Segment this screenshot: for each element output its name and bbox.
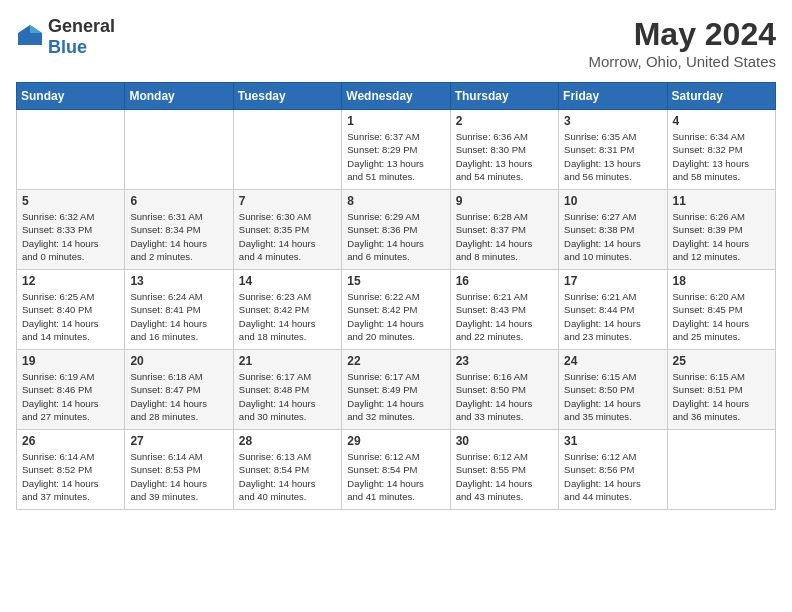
cell-info: Sunrise: 6:18 AMSunset: 8:47 PMDaylight:… xyxy=(130,370,227,423)
cell-info: Sunrise: 6:32 AMSunset: 8:33 PMDaylight:… xyxy=(22,210,119,263)
calendar-week-row: 12Sunrise: 6:25 AMSunset: 8:40 PMDayligh… xyxy=(17,270,776,350)
weekday-header-saturday: Saturday xyxy=(667,83,775,110)
calendar-cell: 9Sunrise: 6:28 AMSunset: 8:37 PMDaylight… xyxy=(450,190,558,270)
cell-info: Sunrise: 6:27 AMSunset: 8:38 PMDaylight:… xyxy=(564,210,661,263)
calendar-week-row: 26Sunrise: 6:14 AMSunset: 8:52 PMDayligh… xyxy=(17,430,776,510)
title-block: May 2024 Morrow, Ohio, United States xyxy=(588,16,776,70)
day-number: 23 xyxy=(456,354,553,368)
cell-info: Sunrise: 6:28 AMSunset: 8:37 PMDaylight:… xyxy=(456,210,553,263)
day-number: 12 xyxy=(22,274,119,288)
calendar-cell: 22Sunrise: 6:17 AMSunset: 8:49 PMDayligh… xyxy=(342,350,450,430)
calendar-cell: 5Sunrise: 6:32 AMSunset: 8:33 PMDaylight… xyxy=(17,190,125,270)
cell-info: Sunrise: 6:16 AMSunset: 8:50 PMDaylight:… xyxy=(456,370,553,423)
weekday-header-tuesday: Tuesday xyxy=(233,83,341,110)
cell-info: Sunrise: 6:25 AMSunset: 8:40 PMDaylight:… xyxy=(22,290,119,343)
calendar-cell: 23Sunrise: 6:16 AMSunset: 8:50 PMDayligh… xyxy=(450,350,558,430)
calendar-cell: 25Sunrise: 6:15 AMSunset: 8:51 PMDayligh… xyxy=(667,350,775,430)
calendar-cell: 2Sunrise: 6:36 AMSunset: 8:30 PMDaylight… xyxy=(450,110,558,190)
calendar-cell: 31Sunrise: 6:12 AMSunset: 8:56 PMDayligh… xyxy=(559,430,667,510)
day-number: 29 xyxy=(347,434,444,448)
calendar-cell xyxy=(17,110,125,190)
calendar-cell: 13Sunrise: 6:24 AMSunset: 8:41 PMDayligh… xyxy=(125,270,233,350)
day-number: 28 xyxy=(239,434,336,448)
cell-info: Sunrise: 6:12 AMSunset: 8:55 PMDaylight:… xyxy=(456,450,553,503)
day-number: 5 xyxy=(22,194,119,208)
cell-info: Sunrise: 6:14 AMSunset: 8:52 PMDaylight:… xyxy=(22,450,119,503)
logo-blue: Blue xyxy=(48,37,87,57)
day-number: 10 xyxy=(564,194,661,208)
calendar-table: SundayMondayTuesdayWednesdayThursdayFrid… xyxy=(16,82,776,510)
calendar-cell: 6Sunrise: 6:31 AMSunset: 8:34 PMDaylight… xyxy=(125,190,233,270)
cell-info: Sunrise: 6:21 AMSunset: 8:43 PMDaylight:… xyxy=(456,290,553,343)
logo-general: General xyxy=(48,16,115,36)
calendar-cell: 14Sunrise: 6:23 AMSunset: 8:42 PMDayligh… xyxy=(233,270,341,350)
page-header: General Blue May 2024 Morrow, Ohio, Unit… xyxy=(16,16,776,70)
calendar-cell: 8Sunrise: 6:29 AMSunset: 8:36 PMDaylight… xyxy=(342,190,450,270)
calendar-cell: 21Sunrise: 6:17 AMSunset: 8:48 PMDayligh… xyxy=(233,350,341,430)
cell-info: Sunrise: 6:23 AMSunset: 8:42 PMDaylight:… xyxy=(239,290,336,343)
location-title: Morrow, Ohio, United States xyxy=(588,53,776,70)
calendar-cell: 27Sunrise: 6:14 AMSunset: 8:53 PMDayligh… xyxy=(125,430,233,510)
day-number: 9 xyxy=(456,194,553,208)
cell-info: Sunrise: 6:22 AMSunset: 8:42 PMDaylight:… xyxy=(347,290,444,343)
cell-info: Sunrise: 6:12 AMSunset: 8:54 PMDaylight:… xyxy=(347,450,444,503)
cell-info: Sunrise: 6:19 AMSunset: 8:46 PMDaylight:… xyxy=(22,370,119,423)
weekday-header-friday: Friday xyxy=(559,83,667,110)
logo-icon xyxy=(16,23,44,51)
calendar-cell xyxy=(667,430,775,510)
calendar-week-row: 5Sunrise: 6:32 AMSunset: 8:33 PMDaylight… xyxy=(17,190,776,270)
cell-info: Sunrise: 6:29 AMSunset: 8:36 PMDaylight:… xyxy=(347,210,444,263)
calendar-cell: 20Sunrise: 6:18 AMSunset: 8:47 PMDayligh… xyxy=(125,350,233,430)
cell-info: Sunrise: 6:35 AMSunset: 8:31 PMDaylight:… xyxy=(564,130,661,183)
calendar-cell: 1Sunrise: 6:37 AMSunset: 8:29 PMDaylight… xyxy=(342,110,450,190)
day-number: 14 xyxy=(239,274,336,288)
cell-info: Sunrise: 6:15 AMSunset: 8:50 PMDaylight:… xyxy=(564,370,661,423)
calendar-cell xyxy=(125,110,233,190)
calendar-cell: 10Sunrise: 6:27 AMSunset: 8:38 PMDayligh… xyxy=(559,190,667,270)
cell-info: Sunrise: 6:17 AMSunset: 8:49 PMDaylight:… xyxy=(347,370,444,423)
calendar-week-row: 19Sunrise: 6:19 AMSunset: 8:46 PMDayligh… xyxy=(17,350,776,430)
cell-info: Sunrise: 6:30 AMSunset: 8:35 PMDaylight:… xyxy=(239,210,336,263)
calendar-cell: 15Sunrise: 6:22 AMSunset: 8:42 PMDayligh… xyxy=(342,270,450,350)
day-number: 21 xyxy=(239,354,336,368)
calendar-cell: 30Sunrise: 6:12 AMSunset: 8:55 PMDayligh… xyxy=(450,430,558,510)
day-number: 7 xyxy=(239,194,336,208)
day-number: 27 xyxy=(130,434,227,448)
calendar-cell: 19Sunrise: 6:19 AMSunset: 8:46 PMDayligh… xyxy=(17,350,125,430)
month-title: May 2024 xyxy=(588,16,776,53)
cell-info: Sunrise: 6:37 AMSunset: 8:29 PMDaylight:… xyxy=(347,130,444,183)
cell-info: Sunrise: 6:34 AMSunset: 8:32 PMDaylight:… xyxy=(673,130,770,183)
cell-info: Sunrise: 6:13 AMSunset: 8:54 PMDaylight:… xyxy=(239,450,336,503)
day-number: 6 xyxy=(130,194,227,208)
calendar-cell: 7Sunrise: 6:30 AMSunset: 8:35 PMDaylight… xyxy=(233,190,341,270)
logo: General Blue xyxy=(16,16,115,58)
cell-info: Sunrise: 6:17 AMSunset: 8:48 PMDaylight:… xyxy=(239,370,336,423)
cell-info: Sunrise: 6:26 AMSunset: 8:39 PMDaylight:… xyxy=(673,210,770,263)
calendar-cell: 12Sunrise: 6:25 AMSunset: 8:40 PMDayligh… xyxy=(17,270,125,350)
day-number: 30 xyxy=(456,434,553,448)
day-number: 1 xyxy=(347,114,444,128)
svg-marker-1 xyxy=(30,25,42,33)
calendar-cell: 29Sunrise: 6:12 AMSunset: 8:54 PMDayligh… xyxy=(342,430,450,510)
weekday-header-wednesday: Wednesday xyxy=(342,83,450,110)
calendar-cell: 18Sunrise: 6:20 AMSunset: 8:45 PMDayligh… xyxy=(667,270,775,350)
calendar-cell: 24Sunrise: 6:15 AMSunset: 8:50 PMDayligh… xyxy=(559,350,667,430)
day-number: 13 xyxy=(130,274,227,288)
day-number: 24 xyxy=(564,354,661,368)
calendar-week-row: 1Sunrise: 6:37 AMSunset: 8:29 PMDaylight… xyxy=(17,110,776,190)
calendar-cell: 3Sunrise: 6:35 AMSunset: 8:31 PMDaylight… xyxy=(559,110,667,190)
logo-text: General Blue xyxy=(48,16,115,58)
cell-info: Sunrise: 6:20 AMSunset: 8:45 PMDaylight:… xyxy=(673,290,770,343)
weekday-header-monday: Monday xyxy=(125,83,233,110)
calendar-cell: 17Sunrise: 6:21 AMSunset: 8:44 PMDayligh… xyxy=(559,270,667,350)
cell-info: Sunrise: 6:21 AMSunset: 8:44 PMDaylight:… xyxy=(564,290,661,343)
day-number: 8 xyxy=(347,194,444,208)
day-number: 19 xyxy=(22,354,119,368)
day-number: 26 xyxy=(22,434,119,448)
day-number: 2 xyxy=(456,114,553,128)
calendar-cell: 26Sunrise: 6:14 AMSunset: 8:52 PMDayligh… xyxy=(17,430,125,510)
weekday-header-thursday: Thursday xyxy=(450,83,558,110)
day-number: 15 xyxy=(347,274,444,288)
day-number: 17 xyxy=(564,274,661,288)
day-number: 22 xyxy=(347,354,444,368)
